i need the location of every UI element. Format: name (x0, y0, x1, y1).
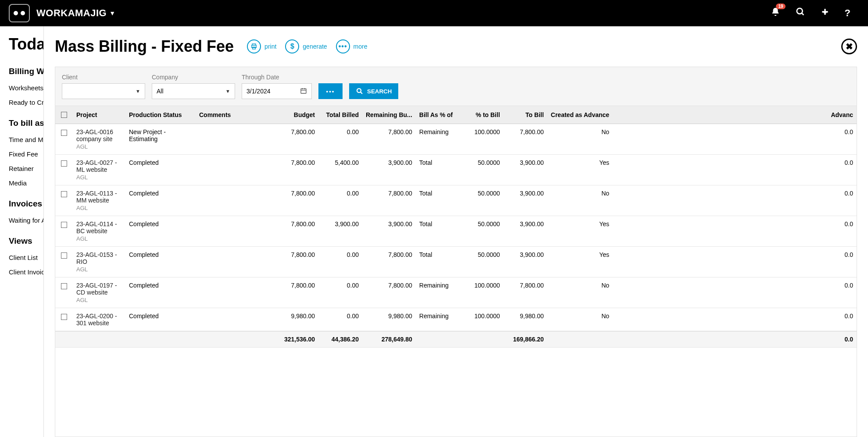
sidebar-item[interactable]: Time and Ma (9, 136, 43, 143)
search-button[interactable]: SEARCH (349, 83, 398, 99)
table-row[interactable]: 23-AGL-0114 - BC websiteAGL Completed 7,… (55, 216, 857, 247)
cell-to-bill: 3,900.00 (504, 216, 547, 247)
cell-comments (196, 308, 275, 331)
cell-adv: 0.0 (613, 124, 857, 155)
help-icon[interactable]: ? (845, 7, 850, 19)
row-checkbox[interactable] (61, 222, 67, 228)
sidebar-item[interactable]: Client Invoic (9, 268, 43, 276)
project-client: AGL (76, 143, 122, 150)
ellipsis-icon: ••• (326, 88, 335, 95)
select-all-checkbox[interactable] (61, 112, 67, 118)
close-button[interactable]: ✖ (841, 39, 857, 54)
col-to-bill[interactable]: To Bill (504, 106, 547, 124)
filter-more-button[interactable]: ••• (318, 83, 343, 99)
cell-comments (196, 155, 275, 185)
cell-bill-as: Total (416, 185, 460, 216)
client-select[interactable]: ▼ (62, 83, 145, 99)
row-checkbox[interactable] (61, 283, 67, 289)
table-row[interactable]: 23-AGL-0200 - 301 website Completed 9,98… (55, 308, 857, 331)
table-row[interactable]: 23-AGL-0016 company siteAGL New Project … (55, 124, 857, 155)
project-client: AGL (76, 205, 122, 211)
row-checkbox[interactable] (61, 130, 67, 136)
svg-point-9 (357, 89, 361, 92)
col-advance[interactable]: Created as Advance (547, 106, 613, 124)
print-button[interactable]: print (247, 39, 276, 53)
sidebar-item[interactable]: Retainer (9, 165, 43, 172)
cell-adv: 0.0 (613, 185, 857, 216)
cell-adv: 0.0 (613, 247, 857, 277)
cell-remaining: 3,900.00 (362, 216, 416, 247)
sidebar-item[interactable]: Media (9, 179, 43, 187)
col-bill-as[interactable]: Bill As % of (416, 106, 460, 124)
chevron-down-icon[interactable]: ▼ (109, 10, 115, 17)
table-row[interactable]: 23-AGL-0113 - MM websiteAGL Completed 7,… (55, 185, 857, 216)
cell-status: Completed (125, 247, 196, 277)
project-name: 23-AGL-0027 - ML website (76, 159, 122, 173)
cell-to-bill: 7,800.00 (504, 277, 547, 308)
cell-comments (196, 185, 275, 216)
filter-bar: Client ▼ Company All ▼ Through Date 3/1/… (55, 67, 857, 106)
cell-pct: 100.0000 (460, 277, 504, 308)
sidebar-heading: Invoices (9, 199, 43, 209)
calendar-icon (300, 87, 307, 96)
col-pct-to-bill[interactable]: % to Bill (460, 106, 504, 124)
cell-total-billed: 0.00 (318, 308, 362, 331)
cell-total-billed: 0.00 (318, 247, 362, 277)
cell-advance: No (547, 308, 613, 331)
search-icon[interactable] (796, 7, 805, 19)
cell-adv: 0.0 (613, 155, 857, 185)
row-checkbox[interactable] (61, 314, 67, 320)
cell-bill-as: Remaining (416, 308, 460, 331)
app-name[interactable]: WORKAMAJIG (36, 7, 107, 19)
notifications-icon[interactable]: 19 (771, 7, 780, 19)
sidebar-item[interactable]: Waiting for A (9, 217, 43, 224)
generate-button[interactable]: $ generate (285, 39, 327, 53)
cell-pct: 100.0000 (460, 124, 504, 155)
chevron-down-icon: ▼ (136, 89, 140, 94)
cell-bill-as: Remaining (416, 124, 460, 155)
col-project[interactable]: Project (73, 106, 125, 124)
sidebar-item[interactable]: Fixed Fee (9, 150, 43, 158)
cell-status: Completed (125, 277, 196, 308)
sidebar-heading: Views (9, 236, 43, 246)
project-name: 23-AGL-0114 - BC website (76, 220, 122, 234)
sidebar-heading: Billing W (9, 67, 43, 76)
cell-total-billed: 0.00 (318, 277, 362, 308)
cell-budget: 7,800.00 (275, 185, 318, 216)
cell-to-bill: 7,800.00 (504, 124, 547, 155)
cell-comments (196, 124, 275, 155)
col-total-billed[interactable]: Total Billed (318, 106, 362, 124)
through-date-input[interactable]: 3/1/2024 (242, 83, 312, 99)
content-panel: Mass Billing - Fixed Fee print $ generat… (44, 26, 868, 437)
sidebar-item[interactable]: Worksheets (9, 84, 43, 92)
cell-bill-as: Remaining (416, 277, 460, 308)
row-checkbox[interactable] (61, 252, 67, 259)
project-client: AGL (76, 235, 122, 242)
table-row[interactable]: 23-AGL-0197 - CD websiteAGL Completed 7,… (55, 277, 857, 308)
sidebar: Toda Billing WWorksheetsReady to CreTo b… (0, 26, 44, 437)
table-row[interactable]: 23-AGL-0027 - ML websiteAGL Completed 7,… (55, 155, 857, 185)
col-comments[interactable]: Comments (196, 106, 275, 124)
col-advanc[interactable]: Advanc (613, 106, 857, 124)
cell-budget: 7,800.00 (275, 155, 318, 185)
col-status[interactable]: Production Status (125, 106, 196, 124)
cell-budget: 7,800.00 (275, 124, 318, 155)
more-button[interactable]: ••• more (336, 39, 368, 53)
sidebar-heading: To bill as (9, 118, 43, 128)
cell-advance: Yes (547, 155, 613, 185)
sidebar-item[interactable]: Client List (9, 254, 43, 261)
table-row[interactable]: 23-AGL-0153 - RIOAGL Completed 7,800.00 … (55, 247, 857, 277)
col-budget[interactable]: Budget (275, 106, 318, 124)
project-name: 23-AGL-0113 - MM website (76, 190, 122, 204)
row-checkbox[interactable] (61, 160, 67, 167)
sidebar-item[interactable]: Ready to Cre (9, 99, 43, 106)
col-remaining[interactable]: Remaining Bu... (362, 106, 416, 124)
cell-pct: 50.0000 (460, 247, 504, 277)
company-select[interactable]: All ▼ (152, 83, 235, 99)
cell-to-bill: 3,900.00 (504, 247, 547, 277)
project-name: 23-AGL-0197 - CD website (76, 282, 122, 296)
row-checkbox[interactable] (61, 191, 67, 197)
app-logo[interactable] (9, 4, 30, 22)
cell-to-bill: 3,900.00 (504, 155, 547, 185)
add-icon[interactable] (821, 7, 829, 19)
